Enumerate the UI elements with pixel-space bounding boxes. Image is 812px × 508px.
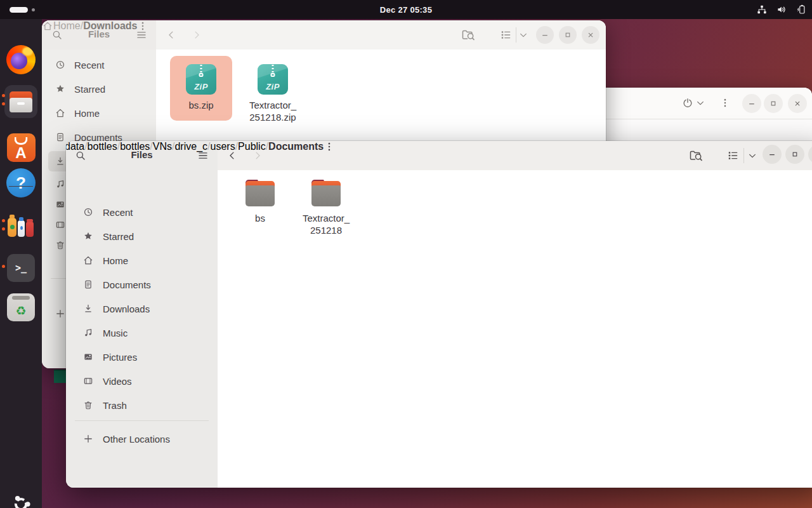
breadcrumb-current[interactable]: Downloads bbox=[83, 20, 137, 32]
plus-icon bbox=[55, 308, 66, 319]
file-item-bs-zip[interactable]: ZiP bs.zip bbox=[170, 56, 232, 121]
sidebar-item-videos[interactable]: Videos bbox=[74, 370, 210, 392]
dock-item-terminal[interactable]: >_ bbox=[6, 253, 36, 283]
sidebar-item-other-locations[interactable]: Other Locations bbox=[74, 428, 210, 450]
dock-item-trash[interactable]: ♻ bbox=[6, 292, 36, 323]
music-note-icon bbox=[55, 178, 66, 190]
system-status-area[interactable] bbox=[756, 0, 807, 19]
dock-item-help[interactable]: ? bbox=[6, 168, 36, 198]
minimize-icon bbox=[747, 98, 757, 109]
chevron-down-icon[interactable] bbox=[695, 98, 705, 108]
terminal-icon: >_ bbox=[7, 254, 35, 282]
dock-item-show-apps[interactable] bbox=[6, 489, 36, 508]
ubuntu-logo-icon bbox=[10, 493, 32, 508]
divider bbox=[743, 148, 744, 163]
close-button[interactable] bbox=[808, 145, 812, 164]
folder-name: Textractor_ 251218 bbox=[303, 212, 350, 236]
close-icon bbox=[792, 98, 802, 109]
folder-name: bs bbox=[255, 212, 265, 224]
dock-item-firefox[interactable] bbox=[6, 44, 36, 75]
battery-icon bbox=[796, 4, 807, 15]
folder-item-bs[interactable]: bs bbox=[230, 178, 291, 224]
close-button[interactable] bbox=[582, 26, 599, 44]
sidebar-item-trash[interactable]: Trash bbox=[74, 394, 210, 416]
maximize-button[interactable] bbox=[764, 94, 783, 113]
zipper-icon bbox=[272, 65, 274, 73]
close-button[interactable] bbox=[788, 94, 807, 113]
view-options-chevron-icon[interactable] bbox=[518, 30, 528, 40]
files-window-documents: Files data / bottles / bottles / VNs / d… bbox=[66, 141, 812, 488]
maximize-button[interactable] bbox=[785, 145, 804, 164]
close-icon bbox=[586, 30, 596, 40]
running-dot bbox=[2, 227, 5, 231]
bottles-icon bbox=[6, 212, 36, 241]
file-item-textractor-zip[interactable]: ZiP Textractor_ 251218.zip bbox=[242, 56, 304, 127]
breadcrumb-segment[interactable]: Public bbox=[238, 141, 266, 152]
sidebar-divider bbox=[75, 420, 209, 421]
sidebar-item-starred[interactable]: Starred bbox=[48, 79, 150, 99]
sidebar-item-music[interactable]: Music bbox=[74, 322, 210, 344]
help-icon: ? bbox=[6, 168, 36, 197]
minimize-icon bbox=[767, 149, 777, 159]
clock[interactable]: Dec 27 05:35 bbox=[0, 0, 812, 19]
headerbar: Files Home / Downloads bbox=[42, 20, 606, 50]
volume-icon bbox=[776, 4, 787, 15]
breadcrumb-segment[interactable]: data bbox=[66, 141, 84, 152]
forward-button[interactable] bbox=[191, 29, 202, 41]
home-icon bbox=[82, 255, 94, 266]
minimize-button[interactable] bbox=[742, 94, 761, 113]
dock-item-app-center[interactable]: A bbox=[6, 132, 36, 163]
folder-icon bbox=[245, 178, 275, 208]
breadcrumb-segment[interactable]: bottles bbox=[88, 141, 117, 152]
folder-search-icon[interactable] bbox=[461, 27, 476, 43]
zip-file-icon: ZiP bbox=[186, 64, 216, 95]
breadcrumb-segment[interactable]: drive_c bbox=[174, 141, 207, 152]
maximize-icon bbox=[563, 30, 573, 40]
star-icon bbox=[55, 83, 66, 95]
sidebar-item-downloads[interactable]: Downloads bbox=[74, 298, 210, 319]
breadcrumb: Home / Downloads bbox=[42, 20, 148, 32]
trash-icon bbox=[82, 399, 94, 411]
folder-search-icon[interactable] bbox=[688, 148, 704, 163]
list-view-icon[interactable] bbox=[499, 29, 512, 41]
path-menu-icon[interactable] bbox=[324, 141, 335, 152]
sidebar-item-pictures[interactable]: Pictures bbox=[74, 346, 210, 368]
sidebar-item-recent[interactable]: Recent bbox=[74, 201, 210, 223]
file-grid: bs Textractor_ 251218 bbox=[218, 170, 812, 488]
maximize-icon bbox=[768, 98, 778, 109]
sidebar-item-home[interactable]: Home bbox=[74, 250, 210, 271]
breadcrumb-segment[interactable]: bottles bbox=[120, 141, 150, 152]
window-fragment-green bbox=[54, 370, 66, 383]
recent-icon bbox=[55, 59, 66, 70]
dock-item-files[interactable] bbox=[4, 85, 37, 118]
back-button[interactable] bbox=[166, 29, 177, 41]
sidebar-item-documents[interactable]: Documents bbox=[74, 274, 210, 295]
minimize-button[interactable] bbox=[763, 145, 782, 164]
maximize-button[interactable] bbox=[559, 26, 577, 44]
kebab-menu-icon[interactable] bbox=[719, 97, 731, 109]
picture-icon bbox=[55, 199, 66, 210]
path-menu-icon[interactable] bbox=[137, 20, 148, 32]
breadcrumb-segment[interactable]: VNs bbox=[153, 141, 172, 152]
folder-item-textractor[interactable]: Textractor_ 251218 bbox=[296, 178, 357, 236]
list-view-icon[interactable] bbox=[726, 149, 739, 162]
dock-item-bottles[interactable] bbox=[6, 211, 36, 242]
trash-icon bbox=[55, 239, 66, 251]
power-icon[interactable] bbox=[681, 97, 694, 109]
minimize-button[interactable] bbox=[536, 26, 554, 44]
breadcrumb-current[interactable]: Documents bbox=[268, 141, 324, 152]
view-options-chevron-icon[interactable] bbox=[747, 150, 757, 161]
dock-divider bbox=[9, 186, 33, 187]
sidebar-item-starred[interactable]: Starred bbox=[74, 225, 210, 247]
sidebar-item-recent[interactable]: Recent bbox=[48, 55, 150, 75]
breadcrumb-segment[interactable]: users bbox=[211, 141, 235, 152]
breadcrumb-home[interactable]: Home bbox=[53, 20, 81, 32]
sidebar-item-home[interactable]: Home bbox=[48, 103, 150, 123]
file-name: bs.zip bbox=[188, 99, 213, 111]
running-dot bbox=[2, 94, 5, 97]
music-note-icon bbox=[82, 327, 94, 338]
maximize-icon bbox=[790, 149, 800, 159]
plus-icon bbox=[82, 433, 94, 444]
home-icon bbox=[42, 20, 53, 32]
document-icon bbox=[82, 279, 94, 290]
